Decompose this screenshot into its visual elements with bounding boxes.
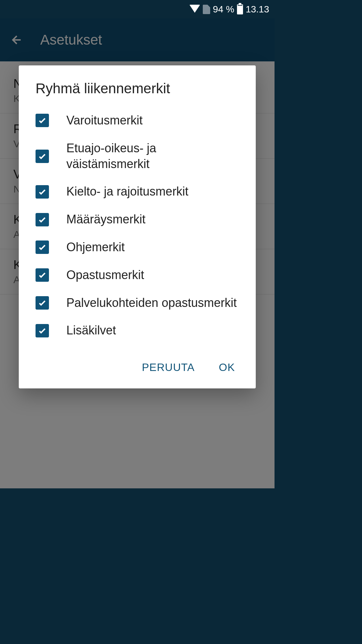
clock-time: 13.13 [246, 4, 269, 15]
wifi-icon [189, 5, 200, 13]
checkbox-item-palvelu[interactable]: Palvelukohteiden opastusmerkit [36, 289, 239, 317]
checkbox-label: Määräysmerkit [66, 212, 145, 227]
checkbox-label: Opastusmerkit [66, 267, 144, 283]
checkbox-item-maarays[interactable]: Määräysmerkit [36, 206, 239, 233]
ok-button[interactable]: OK [215, 358, 239, 377]
dialog-title: Ryhmä liikennemerkit [19, 65, 256, 107]
battery-percentage: 94 % [213, 4, 234, 15]
checkbox-label: Kielto- ja rajoitusmerkit [66, 184, 188, 200]
checkbox-icon [36, 185, 49, 199]
checkbox-item-ohje[interactable]: Ohjemerkit [36, 233, 239, 261]
checkbox-icon [36, 150, 49, 163]
no-sim-icon [203, 5, 210, 14]
checkbox-icon [36, 324, 49, 337]
cancel-button[interactable]: PERUUTA [138, 358, 199, 377]
checkbox-label: Ohjemerkit [66, 239, 125, 255]
checkbox-item-etuajo[interactable]: Etuajo-oikeus- ja väistämismerkit [36, 135, 239, 178]
checkbox-icon [36, 268, 49, 282]
checkbox-icon [36, 296, 49, 310]
checkbox-icon [36, 213, 49, 226]
checkbox-label: Etuajo-oikeus- ja väistämismerkit [66, 141, 239, 172]
checkbox-icon [36, 240, 49, 254]
dialog-actions: PERUUTA OK [19, 344, 256, 380]
checkbox-label: Palvelukohteiden opastusmerkit [66, 295, 237, 311]
checkbox-icon [36, 114, 49, 127]
dialog: Ryhmä liikennemerkit Varoitusmerkit Etua… [19, 65, 256, 388]
status-bar: 94 % 13.13 [0, 0, 275, 18]
checkbox-item-lisakilvet[interactable]: Lisäkilvet [36, 317, 239, 344]
checkbox-label: Lisäkilvet [66, 323, 116, 338]
status-icons: 94 % 13.13 [189, 4, 269, 15]
checkbox-item-kielto[interactable]: Kielto- ja rajoitusmerkit [36, 178, 239, 206]
checkbox-item-opastus[interactable]: Opastusmerkit [36, 261, 239, 289]
battery-icon [237, 4, 243, 14]
checkbox-item-varoitusmerkit[interactable]: Varoitusmerkit [36, 107, 239, 135]
checkbox-list: Varoitusmerkit Etuajo-oikeus- ja väistäm… [19, 107, 256, 344]
checkbox-label: Varoitusmerkit [66, 113, 142, 128]
